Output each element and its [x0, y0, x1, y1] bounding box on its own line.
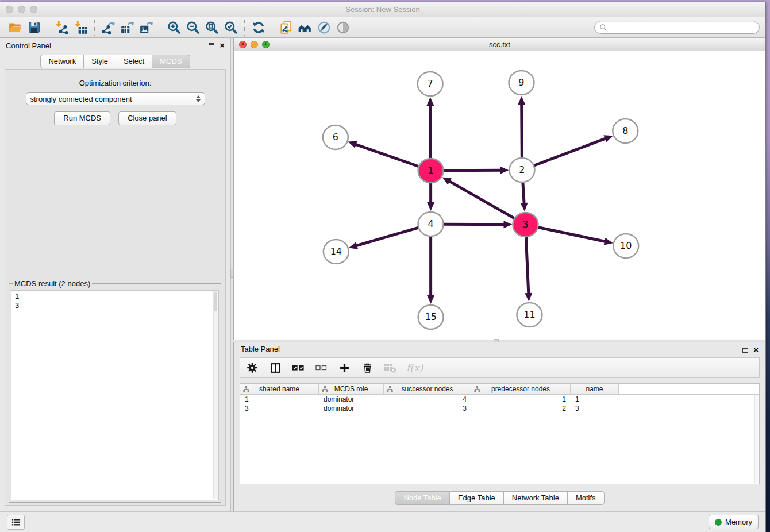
tab-style[interactable]: Style — [84, 55, 116, 68]
refresh-layout-button[interactable] — [249, 18, 268, 37]
graph-edge-4-14[interactable] — [355, 228, 418, 246]
tab-network[interactable]: Network — [40, 55, 84, 68]
task-history-button[interactable] — [7, 515, 25, 530]
eye-icon — [336, 20, 351, 35]
float-panel-button[interactable] — [209, 43, 214, 48]
delete-table-button[interactable] — [383, 360, 397, 375]
graph-node-9[interactable]: 9 — [509, 71, 534, 95]
titlebar: Session: New Session — [0, 2, 765, 17]
tab-edge-table[interactable]: Edge Table — [450, 491, 504, 505]
graph-node-2[interactable]: 2 — [509, 158, 534, 182]
select-all-icon — [291, 363, 305, 373]
attribute-tree-icon — [322, 386, 328, 392]
graph-node-1[interactable]: 1 — [418, 159, 444, 183]
float-table-panel-button[interactable] — [742, 348, 748, 353]
graph-edge-2-8[interactable] — [534, 138, 607, 165]
graph-node-3[interactable]: 3 — [513, 213, 538, 237]
birds-eye-view-button[interactable] — [333, 18, 352, 37]
export-image-button[interactable] — [137, 18, 156, 37]
graph-node-8[interactable]: 8 — [613, 119, 638, 143]
mcds-result-area[interactable]: 1 3 — [11, 290, 219, 500]
column-header-successor-nodes[interactable]: successor nodes — [384, 384, 471, 394]
column-header-name[interactable]: name — [571, 384, 619, 394]
import-network-button[interactable] — [52, 18, 71, 37]
deselect-all-button[interactable] — [314, 360, 328, 375]
trash-icon — [361, 362, 374, 374]
graph-node-15[interactable]: 15 — [418, 305, 444, 329]
graph-node-6[interactable]: 6 — [323, 125, 348, 149]
window-title: Session: New Session — [0, 5, 765, 14]
column-header-predecessor-nodes[interactable]: predecessor nodes — [471, 384, 571, 394]
show-columns-button[interactable] — [268, 360, 282, 375]
column-label: predecessor nodes — [491, 385, 550, 393]
column-header-MCDS-role[interactable]: MCDS role — [319, 384, 384, 394]
table-scrollbar[interactable] — [754, 395, 759, 483]
close-table-panel-button[interactable]: × — [753, 346, 759, 353]
run-mcds-button[interactable]: Run MCDS — [54, 111, 110, 125]
tab-select[interactable]: Select — [116, 55, 152, 68]
select-all-button[interactable] — [291, 360, 305, 375]
graph-node-10[interactable]: 10 — [613, 234, 638, 258]
toolbar-separator — [160, 20, 160, 36]
result-scrollbar[interactable] — [213, 291, 218, 499]
gear-icon — [246, 361, 259, 374]
criterion-select[interactable]: strongly connected component — [26, 92, 205, 105]
graph-node-14[interactable]: 14 — [324, 240, 349, 264]
first-neighbors-button[interactable] — [295, 18, 314, 37]
table-row[interactable]: 1dominator411 — [240, 395, 759, 404]
graphics-details-button[interactable] — [314, 18, 333, 37]
graph-edge-arrowhead — [603, 135, 613, 142]
graph-node-4[interactable]: 4 — [418, 212, 444, 236]
graph-edge-3-10[interactable] — [538, 228, 606, 242]
graph-edge-1-7[interactable] — [430, 104, 431, 158]
zoom-fit-icon — [205, 20, 220, 35]
graph-edge-2-9[interactable] — [522, 103, 522, 157]
graph-node-label: 15 — [425, 311, 436, 322]
graph-edge-arrowhead — [521, 203, 528, 211]
zoom-selected-button[interactable] — [221, 18, 240, 37]
delete-row-button[interactable] — [360, 360, 374, 375]
save-session-button[interactable] — [25, 18, 44, 37]
add-row-button[interactable] — [337, 360, 351, 375]
close-mcds-panel-button[interactable]: Close panel — [118, 111, 176, 125]
tab-network-table[interactable]: Network Table — [504, 491, 568, 505]
network-canvas[interactable]: 7968124314101511 — [234, 51, 765, 340]
attribute-tree-icon — [387, 386, 393, 392]
table-body: 1dominator4113dominator323 — [240, 395, 759, 413]
graph-edge-1-6[interactable] — [355, 144, 419, 167]
function-builder-button[interactable]: f(x) — [406, 362, 423, 373]
tab-motifs[interactable]: Motifs — [568, 491, 605, 505]
graph-node-label: 7 — [428, 78, 433, 89]
graph-edge-3-11[interactable] — [526, 237, 528, 295]
search-input[interactable] — [607, 23, 755, 32]
control-panel: Control Panel × NetworkStyleSelectMCDS O… — [0, 38, 230, 511]
table-options-button[interactable] — [245, 360, 259, 375]
graph-edge-2-3[interactable] — [523, 183, 524, 205]
import-table-icon — [74, 20, 88, 35]
plus-icon — [338, 362, 351, 374]
open-session-button[interactable] — [6, 18, 25, 37]
export-table-button[interactable] — [118, 18, 137, 37]
memory-button[interactable]: Memory — [709, 515, 759, 529]
zoom-fit-button[interactable] — [202, 18, 221, 37]
import-table-button[interactable] — [71, 18, 90, 37]
tab-mcds[interactable]: MCDS — [152, 55, 190, 68]
graph-edge-3-1[interactable] — [448, 180, 514, 218]
export-network-icon — [101, 20, 116, 35]
close-panel-button[interactable]: × — [220, 42, 225, 49]
tab-node-table[interactable]: Node Table — [395, 491, 450, 505]
graph-node-11[interactable]: 11 — [517, 303, 542, 327]
graph-node-7[interactable]: 7 — [418, 72, 443, 96]
zoom-out-button[interactable] — [183, 18, 202, 37]
search-box — [594, 21, 760, 34]
table-row[interactable]: 3dominator323 — [240, 404, 759, 413]
clone-network-button[interactable] — [276, 18, 295, 37]
export-network-button[interactable] — [99, 18, 118, 37]
main-toolbar — [0, 17, 765, 38]
main-area: Control Panel × NetworkStyleSelectMCDS O… — [0, 38, 765, 511]
zoom-in-button[interactable] — [164, 18, 183, 37]
graph-edge-4-3[interactable] — [444, 224, 506, 225]
graph-edge-1-2[interactable] — [444, 170, 502, 171]
column-header-shared-name[interactable]: shared name — [240, 384, 319, 394]
table-toolbar: f(x) — [240, 357, 760, 378]
